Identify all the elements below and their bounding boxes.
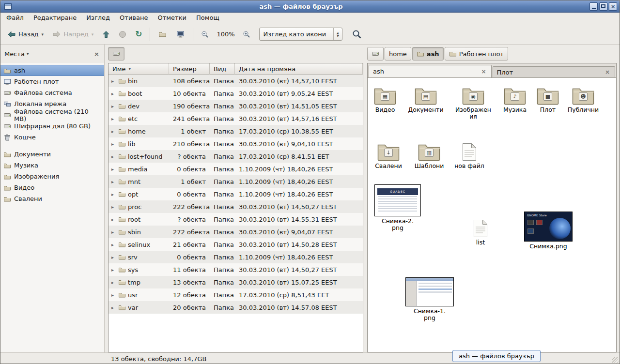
- stop-button[interactable]: [115, 27, 130, 42]
- resize-grip[interactable]: [612, 357, 619, 364]
- menu-item[interactable]: Отиване: [115, 13, 153, 24]
- expander-icon[interactable]: ▸: [111, 104, 116, 109]
- file-item[interactable]: ◉Изображения: [453, 85, 494, 120]
- file-item[interactable]: нов файл: [449, 141, 490, 169]
- close-button[interactable]: ×: [609, 2, 617, 11]
- path-root-button[interactable]: [367, 47, 384, 61]
- icon-view-canvas[interactable]: ▦Видео▤Документи◉Изображения♪Музика■Плот…: [368, 78, 616, 352]
- column-header[interactable]: Име▾: [108, 63, 169, 75]
- table-row[interactable]: ▸etc241 обектаПапка30.03.2010 (вт) 14,57…: [108, 112, 363, 125]
- minimize-button[interactable]: [589, 2, 598, 11]
- file-item[interactable]: ▤Документи: [405, 85, 446, 113]
- up-button[interactable]: [98, 27, 114, 42]
- path-button[interactable]: ash: [412, 47, 444, 61]
- table-row[interactable]: ▸root? обектаПапка30.03.2010 (вт) 14,55,…: [108, 213, 363, 226]
- table-row[interactable]: ▸mnt1 обектПапка1.10.2009 (чт) 18,40,26 …: [108, 175, 363, 188]
- menu-item[interactable]: Редактиране: [29, 13, 81, 24]
- file-item[interactable]: ▦Видео: [368, 85, 405, 113]
- file-item[interactable]: GNOME StoreСнимка.png: [522, 212, 575, 250]
- titlebar[interactable]: ash — файлов браузър ×: [0, 0, 620, 13]
- table-row[interactable]: ▸opt0 обектаПапка1.10.2009 (чт) 18,40,26…: [108, 188, 363, 200]
- column-header[interactable]: Размер: [169, 63, 210, 75]
- home-button[interactable]: [154, 27, 171, 42]
- menu-item[interactable]: Отметки: [153, 13, 191, 24]
- menu-item[interactable]: Изглед: [81, 13, 115, 24]
- places-dropdown-icon[interactable]: ▾: [27, 51, 29, 56]
- expander-icon[interactable]: ▸: [111, 179, 116, 184]
- expander-icon[interactable]: ▸: [111, 255, 116, 260]
- table-row[interactable]: ▸tmp13 обектаПапка30.03.2010 (вт) 15,07,…: [108, 276, 363, 288]
- expander-icon[interactable]: ▸: [111, 78, 116, 84]
- notebook-tab[interactable]: Плот×: [493, 66, 616, 77]
- table-row[interactable]: ▸bin108 обектаПапка30.03.2010 (вт) 14,57…: [108, 75, 363, 87]
- path-button[interactable]: Работен плот: [445, 47, 508, 61]
- table-row[interactable]: ▸var20 обектаПапка30.03.2010 (вт) 14,57,…: [108, 301, 363, 314]
- forward-history-dropdown-icon[interactable]: ▾: [92, 32, 94, 37]
- table-row[interactable]: ▸usr12 обектаПапка17.03.2010 (ср) 8,51,4…: [108, 288, 363, 301]
- expander-icon[interactable]: ▸: [111, 292, 116, 298]
- tab-close-icon[interactable]: ×: [480, 68, 487, 75]
- expander-icon[interactable]: ▸: [111, 280, 116, 285]
- notebook-tab[interactable]: ash×: [369, 65, 492, 77]
- tab-close-icon[interactable]: ×: [604, 69, 611, 76]
- computer-button[interactable]: [172, 27, 189, 42]
- file-item[interactable]: Снимка-1.png: [403, 277, 456, 321]
- table-row[interactable]: ▸sys11 обектаПапка30.03.2010 (вт) 14,50,…: [108, 263, 363, 276]
- expander-icon[interactable]: ▸: [111, 229, 116, 235]
- forward-button[interactable]: Напред ▾: [48, 27, 97, 42]
- menu-item[interactable]: Файл: [1, 13, 29, 24]
- sidebar-item[interactable]: Документи: [0, 149, 104, 160]
- zoom-in-button[interactable]: [239, 27, 254, 42]
- file-item[interactable]: GUADECСнимка-2.png: [371, 184, 424, 231]
- expander-icon[interactable]: ▸: [111, 192, 116, 197]
- expander-icon[interactable]: ▸: [111, 141, 116, 147]
- pane-splitter[interactable]: [363, 63, 367, 352]
- back-button[interactable]: Назад ▾: [3, 27, 47, 42]
- view-mode-select[interactable]: Изглед като икони ▲▼: [259, 28, 342, 41]
- file-item[interactable]: list: [460, 217, 501, 246]
- expander-icon[interactable]: ▸: [111, 129, 116, 134]
- sidebar-item[interactable]: Файлова система (210 MB): [0, 109, 104, 121]
- taskbar-window-button[interactable]: ash — файлов браузър: [452, 350, 541, 362]
- table-row[interactable]: ▸proc222 обектаПапка30.03.2010 (вт) 14,5…: [108, 200, 363, 213]
- root-location-button[interactable]: [108, 47, 124, 61]
- sidebar-item[interactable]: Музика: [0, 160, 104, 171]
- sidebar-item[interactable]: Свалени: [0, 193, 104, 204]
- file-item[interactable]: ☻Публични: [563, 85, 604, 113]
- file-item[interactable]: ↓Свалени: [368, 141, 409, 169]
- sidebar-item[interactable]: Кошче: [0, 132, 104, 143]
- sidebar-item[interactable]: Изображения: [0, 171, 104, 182]
- expander-icon[interactable]: ▸: [111, 217, 116, 222]
- zoom-out-button[interactable]: [197, 27, 213, 42]
- reload-button[interactable]: ↻: [131, 27, 146, 42]
- back-history-dropdown-icon[interactable]: ▾: [42, 32, 44, 37]
- sidebar-item[interactable]: Шифриран дял (80 GB): [0, 121, 104, 132]
- table-row[interactable]: ▸srv0 обектаПапка1.10.2009 (чт) 18,40,26…: [108, 251, 363, 263]
- file-item[interactable]: ▥Шаблони: [409, 141, 450, 169]
- table-row[interactable]: ▸sbin272 обектаПапка30.03.2010 (вт) 9,04…: [108, 226, 363, 238]
- sidebar-item[interactable]: Работен плот: [0, 76, 104, 87]
- table-row[interactable]: ▸lost+found? обектаПапка17.03.2010 (ср) …: [108, 150, 363, 163]
- sidebar-item[interactable]: Файлова система: [0, 87, 104, 98]
- search-button[interactable]: [348, 27, 366, 42]
- expander-icon[interactable]: ▸: [111, 242, 116, 247]
- expander-icon[interactable]: ▸: [111, 116, 116, 121]
- expander-icon[interactable]: ▸: [111, 267, 116, 273]
- expander-icon[interactable]: ▸: [111, 305, 116, 310]
- places-header-label[interactable]: Места: [4, 50, 25, 58]
- table-row[interactable]: ▸lib210 обектаПапка30.03.2010 (вт) 9,04,…: [108, 137, 363, 150]
- maximize-button[interactable]: [599, 2, 607, 11]
- table-row[interactable]: ▸boot10 обектаПапка30.03.2010 (вт) 9,05,…: [108, 87, 363, 100]
- sidebar-item[interactable]: Видео: [0, 182, 104, 193]
- sidebar-item[interactable]: ash: [0, 65, 104, 76]
- table-row[interactable]: ▸home1 обектПапка17.03.2010 (ср) 10,38,5…: [108, 125, 363, 137]
- expander-icon[interactable]: ▸: [111, 204, 116, 210]
- table-row[interactable]: ▸dev190 обектаПапка30.03.2010 (вт) 14,51…: [108, 100, 363, 112]
- expander-icon[interactable]: ▸: [111, 154, 116, 159]
- table-row[interactable]: ▸media0 обектаПапка1.10.2009 (чт) 18,40,…: [108, 163, 363, 175]
- menu-item[interactable]: Помощ: [191, 13, 224, 24]
- file-item[interactable]: ■Плот: [527, 85, 568, 113]
- expander-icon[interactable]: ▸: [111, 167, 116, 172]
- column-header[interactable]: Вид: [210, 63, 235, 75]
- places-close-icon[interactable]: ×: [94, 50, 99, 58]
